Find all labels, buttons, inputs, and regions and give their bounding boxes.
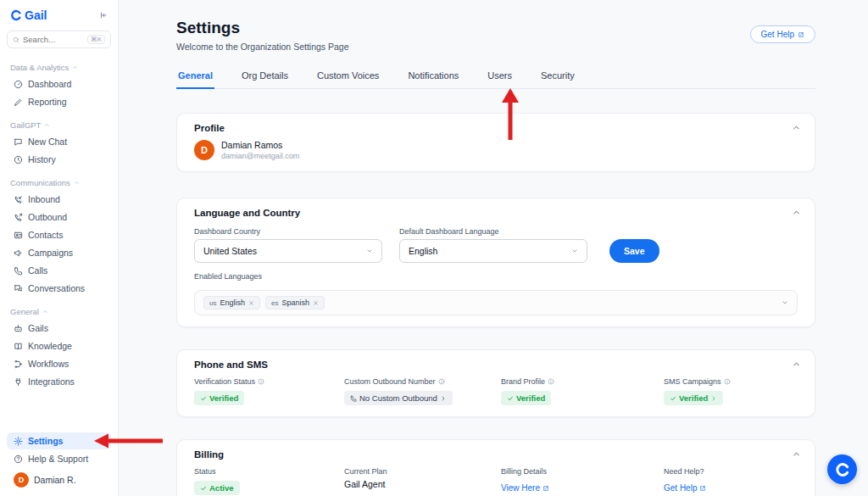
chevron-up-icon [792, 449, 801, 459]
settings-tabs: General Org Details Custom Voices Notifi… [176, 65, 815, 89]
gail-chat-icon [835, 462, 850, 477]
sidebar-item-settings[interactable]: Settings [7, 432, 111, 449]
tab-org-details[interactable]: Org Details [240, 65, 290, 89]
get-help-button[interactable]: Get Help [750, 25, 815, 43]
info-icon[interactable] [548, 378, 554, 385]
clock-icon [14, 155, 23, 164]
sidebar-user-menu[interactable]: D Damian R. [7, 468, 111, 489]
save-button[interactable]: Save [609, 239, 659, 263]
chevron-up-icon [792, 123, 801, 132]
tab-custom-voices[interactable]: Custom Voices [315, 65, 381, 89]
field-label-text: Brand Profile [501, 377, 545, 386]
contact-card-icon [14, 231, 23, 240]
sidebar-item-workflows[interactable]: Workflows [7, 355, 111, 372]
info-icon[interactable] [438, 378, 445, 385]
help-circle-icon [14, 454, 23, 464]
custom-outbound-badge[interactable]: No Custom Outbound [344, 391, 453, 405]
badge-text: Verified [516, 393, 545, 403]
user-name: Damian R. [34, 475, 76, 485]
get-help-link[interactable]: Get Help [664, 483, 706, 493]
remove-chip-icon[interactable] [248, 300, 254, 306]
phone-collapse-button[interactable] [792, 359, 801, 369]
default-language-select[interactable]: English [399, 239, 587, 263]
sidebar-item-integrations[interactable]: Integrations [7, 373, 111, 390]
field-verification-status: Verification Status Verified [194, 377, 344, 405]
sidebar-item-outbound[interactable]: Outbound [7, 209, 111, 226]
sidebar-item-label: Contacts [28, 230, 63, 240]
external-link-icon [798, 31, 804, 38]
sidebar-item-gails[interactable]: Gails [7, 320, 111, 337]
gail-logo[interactable]: Gail [10, 8, 47, 22]
phone-icon [14, 266, 23, 276]
field-label-text: Status [194, 467, 216, 476]
chevron-down-icon [571, 248, 578, 254]
external-link-icon [542, 485, 549, 492]
search-box[interactable]: ⌘K [7, 31, 111, 48]
pencil-icon [14, 98, 23, 107]
tab-notifications[interactable]: Notifications [406, 65, 460, 89]
chat-widget-button[interactable] [827, 454, 857, 484]
profile-avatar: D [194, 140, 214, 160]
sms-campaigns-badge[interactable]: Verified [664, 391, 723, 405]
sidebar-item-campaigns[interactable]: Campaigns [7, 244, 111, 261]
badge-text: Active [209, 483, 234, 493]
language-chip-spanish: es Spanish [265, 296, 325, 309]
sidebar-item-knowledge[interactable]: Knowledge [7, 337, 111, 354]
profile-collapse-button[interactable] [792, 123, 801, 132]
check-icon [200, 395, 207, 402]
megaphone-icon [14, 248, 23, 258]
tab-security[interactable]: Security [539, 65, 576, 89]
sidebar-item-inbound[interactable]: Inbound [7, 191, 111, 208]
search-icon [13, 36, 19, 43]
book-icon [14, 342, 23, 351]
billing-collapse-button[interactable] [792, 449, 801, 459]
badge-text: Verified [679, 393, 708, 403]
search-input[interactable] [23, 35, 67, 44]
collapse-sidebar-icon [99, 11, 108, 20]
section-label-text: GailGPT [10, 120, 41, 130]
dashboard-country-select[interactable]: United States [194, 239, 382, 263]
remove-chip-icon[interactable] [313, 300, 319, 306]
sidebar-section-communications[interactable]: Communications [10, 178, 108, 187]
sidebar-section-general[interactable]: General [10, 307, 108, 316]
field-custom-outbound-number: Custom Outbound Number No Custom Outboun… [344, 377, 501, 405]
dashboard-country-label: Dashboard Country [194, 227, 382, 236]
flag-code: es [271, 299, 278, 307]
sidebar-item-conversations[interactable]: Conversations [7, 280, 111, 297]
enabled-languages-select[interactable]: us English es Spanish [194, 290, 798, 315]
info-icon[interactable] [258, 378, 264, 385]
gail-logo-icon [10, 9, 22, 21]
sidebar-item-help-support[interactable]: Help & Support [7, 450, 111, 467]
field-sms-campaigns: SMS Campaigns Verified [664, 377, 798, 405]
sidebar-section-data-analytics[interactable]: Data & Analytics [10, 63, 108, 72]
enabled-languages-label: Enabled Languages [194, 272, 798, 281]
section-label-text: Communications [10, 178, 70, 187]
sidebar-item-new-chat[interactable]: New Chat [7, 133, 111, 150]
sidebar-item-label: Outbound [28, 212, 67, 222]
sidebar-item-contacts[interactable]: Contacts [7, 226, 111, 243]
billing-status-badge: Active [194, 481, 240, 495]
sidebar-item-label: History [28, 154, 56, 164]
chip-label: English [220, 298, 245, 307]
chip-label: Spanish [281, 298, 309, 307]
chevron-down-icon [782, 299, 788, 306]
check-icon [200, 485, 207, 492]
phone-icon [350, 395, 357, 402]
sidebar-section-gailgpt[interactable]: GailGPT [10, 120, 108, 130]
check-icon [507, 395, 514, 402]
sidebar-item-reporting[interactable]: Reporting [7, 93, 111, 110]
sidebar-item-label: Help & Support [28, 454, 88, 464]
default-language-value: English [409, 246, 437, 256]
profile-card-title: Profile [194, 123, 798, 133]
view-here-link[interactable]: View Here [501, 483, 549, 493]
sidebar-collapse-button[interactable] [99, 11, 108, 20]
language-collapse-button[interactable] [792, 208, 801, 217]
sidebar-item-dashboard[interactable]: Dashboard [7, 75, 111, 92]
sidebar-item-label: Conversations [28, 283, 85, 293]
profile-email: damian@meetgail.com [221, 152, 299, 160]
tab-users[interactable]: Users [486, 65, 514, 89]
sidebar-item-calls[interactable]: Calls [7, 262, 111, 279]
info-icon[interactable] [724, 378, 731, 385]
tab-general[interactable]: General [176, 65, 214, 89]
sidebar-item-history[interactable]: History [7, 151, 111, 168]
